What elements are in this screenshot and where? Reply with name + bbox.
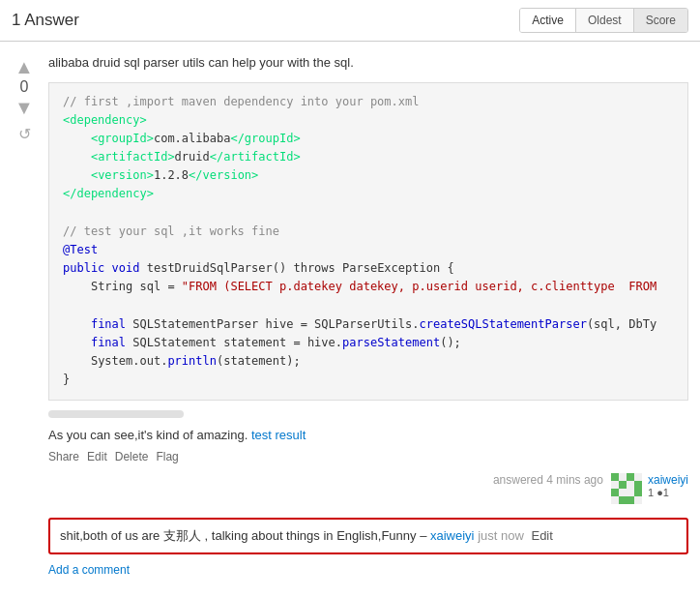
code-block: // first ,import maven dependency into y…: [48, 82, 688, 401]
answer-body: ▲ 0 ▼ ↺ alibaba druid sql parser utils c…: [0, 42, 700, 588]
user-rep: 1 ●1: [648, 487, 688, 498]
sort-tabs: Active Oldest Score: [519, 8, 688, 33]
user-card: xaiweiyi 1 ●1: [611, 473, 688, 504]
answer-extra: As you can see,it's kind of amazing. tes…: [48, 428, 688, 442]
username[interactable]: xaiweiyi: [648, 473, 688, 487]
horizontal-scrollbar[interactable]: [48, 410, 184, 418]
vote-up-button[interactable]: ▲: [15, 57, 34, 76]
comment-text: shit,both of us are 支那人 , talking about …: [60, 528, 426, 543]
vote-down-button[interactable]: ▼: [15, 98, 34, 117]
add-comment-link[interactable]: Add a comment: [48, 563, 130, 577]
answer-attribution: answered 4 mins ago: [48, 473, 688, 504]
user-info: xaiweiyi 1 ●1: [648, 473, 688, 498]
answer-intro: alibaba druid sql parser utils can help …: [48, 53, 688, 73]
answer-actions: Share Edit Delete Flag: [48, 450, 688, 463]
vote-count: 0: [20, 78, 29, 96]
delete-link[interactable]: Delete: [115, 450, 149, 463]
history-icon[interactable]: ↺: [18, 125, 31, 143]
comment-box: shit,both of us are 支那人 , talking about …: [48, 518, 688, 554]
tab-oldest[interactable]: Oldest: [576, 9, 634, 32]
answer-content: alibaba druid sql parser utils can help …: [48, 53, 700, 577]
answered-label: answered 4 mins ago: [493, 473, 603, 487]
share-link[interactable]: Share: [48, 450, 79, 463]
flag-link[interactable]: Flag: [156, 450, 178, 463]
vote-column: ▲ 0 ▼ ↺: [0, 53, 48, 577]
tab-score[interactable]: Score: [634, 9, 687, 32]
comment-author-link[interactable]: xaiweiyi: [430, 528, 475, 543]
answer-count-title: 1 Answer: [12, 11, 79, 30]
tab-active[interactable]: Active: [520, 9, 576, 32]
comment-edit-link[interactable]: Edit: [531, 528, 552, 543]
edit-link[interactable]: Edit: [87, 450, 107, 463]
comment-timestamp: just now: [478, 528, 524, 543]
avatar: [611, 473, 642, 504]
test-result-link[interactable]: test result: [251, 428, 306, 442]
answer-header: 1 Answer Active Oldest Score: [0, 0, 700, 42]
